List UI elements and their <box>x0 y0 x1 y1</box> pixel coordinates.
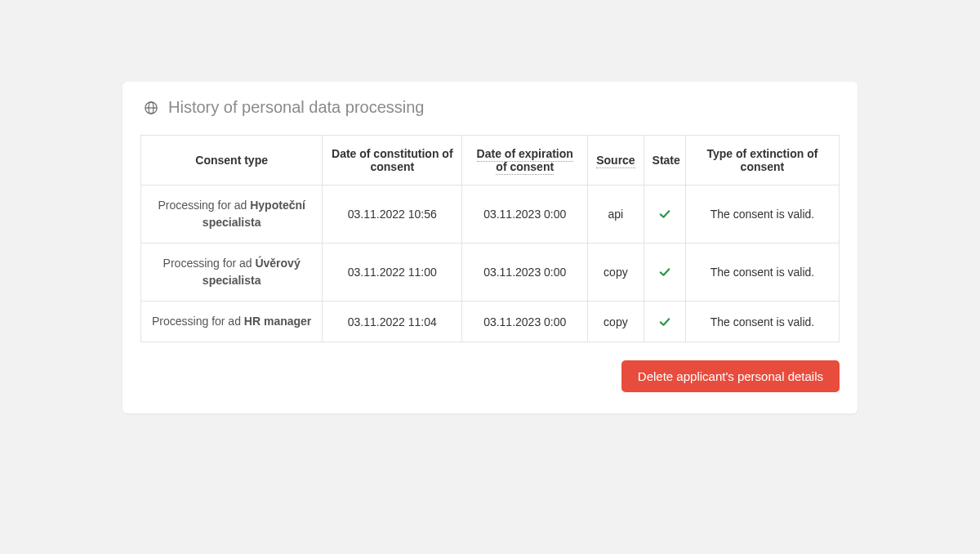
cell-consent-type: Processing for ad HR manager <box>141 302 323 342</box>
cell-source: copy <box>588 243 644 302</box>
th-state: State <box>644 136 685 185</box>
cell-source: copy <box>588 302 644 342</box>
cell-source: api <box>588 185 644 243</box>
th-date-expiration[interactable]: Date of expiration of consent <box>462 136 588 185</box>
table-row: Processing for ad Úvěrový specialista 03… <box>141 243 840 302</box>
cell-date-expiration: 03.11.2023 0:00 <box>462 185 588 243</box>
th-extinction: Type of extinction of consent <box>685 136 839 185</box>
globe-icon <box>144 101 158 115</box>
cell-extinction: The consent is valid. <box>685 302 839 342</box>
th-date-expiration-label[interactable]: Date of expiration of consent <box>477 147 573 175</box>
th-source-label[interactable]: Source <box>596 154 635 168</box>
actions-row: Delete applicant's personal details <box>140 360 840 392</box>
th-date-constitution: Date of constitution of consent <box>323 136 462 185</box>
cell-date-expiration: 03.11.2023 0:00 <box>462 302 588 342</box>
th-source[interactable]: Source <box>588 136 644 185</box>
table-header-row: Consent type Date of constitution of con… <box>141 136 840 185</box>
panel-title: History of personal data processing <box>168 98 425 117</box>
consent-prefix: Processing for ad <box>158 199 250 212</box>
cell-state <box>644 302 685 342</box>
consent-prefix: Processing for ad <box>163 257 256 270</box>
cell-date-constitution: 03.11.2022 11:04 <box>323 302 462 342</box>
check-icon <box>657 207 672 221</box>
cell-date-expiration: 03.11.2023 0:00 <box>462 243 588 302</box>
table-body: Processing for ad Hypoteční specialista … <box>141 185 840 342</box>
consent-history-table: Consent type Date of constitution of con… <box>140 135 840 342</box>
cell-date-constitution: 03.11.2022 11:00 <box>323 243 462 302</box>
cell-extinction: The consent is valid. <box>685 185 839 243</box>
cell-consent-type: Processing for ad Hypoteční specialista <box>141 185 323 243</box>
cell-extinction: The consent is valid. <box>685 243 839 302</box>
cell-state <box>644 185 685 243</box>
consent-ad-name: HR manager <box>244 315 311 328</box>
history-panel: History of personal data processing Cons… <box>122 82 858 413</box>
cell-state <box>644 243 685 302</box>
consent-prefix: Processing for ad <box>152 315 244 328</box>
panel-header: History of personal data processing <box>140 98 840 117</box>
check-icon <box>657 315 672 329</box>
cell-consent-type: Processing for ad Úvěrový specialista <box>141 243 323 302</box>
cell-date-constitution: 03.11.2022 10:56 <box>323 185 462 243</box>
th-consent-type: Consent type <box>141 136 323 185</box>
table-row: Processing for ad Hypoteční specialista … <box>141 185 840 243</box>
check-icon <box>657 265 672 279</box>
table-row: Processing for ad HR manager 03.11.2022 … <box>141 302 840 342</box>
delete-personal-details-button[interactable]: Delete applicant's personal details <box>621 360 840 392</box>
